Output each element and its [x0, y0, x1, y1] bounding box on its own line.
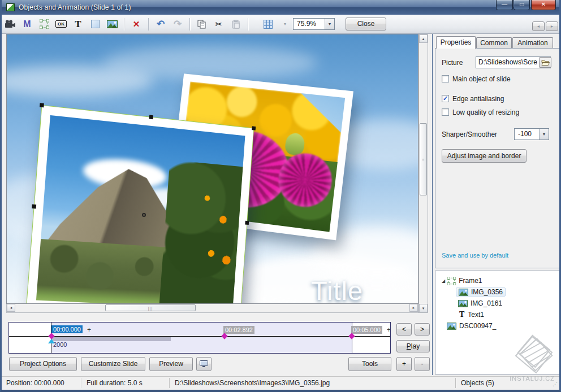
add-image-button[interactable]	[105, 17, 119, 32]
add-keyframe-start[interactable]: +	[87, 326, 91, 334]
selection-handle-nw[interactable]	[40, 103, 44, 107]
playhead-marker[interactable]	[48, 339, 55, 343]
status-separator	[169, 378, 170, 388]
scroll-left-button[interactable]: ◄	[7, 304, 15, 312]
delete-object-button[interactable]: ✕	[129, 17, 144, 32]
edge-antialiasing-label: Edge antialiasing	[452, 95, 504, 103]
sharper-smoother-combobox[interactable]: -100 ▼	[514, 128, 549, 140]
grid-dropdown-button[interactable]: ▼	[278, 17, 292, 32]
paste-icon	[232, 20, 240, 29]
tree-item-label: DSC00947_	[459, 322, 496, 330]
status-objects-count: Objects (5)	[461, 379, 494, 387]
keyframe-time-end[interactable]: 00:05.000	[351, 326, 382, 334]
add-mask-button[interactable]: M	[20, 17, 34, 32]
timeline[interactable]: 00:00.000 + 00:02.892 00:05.000 + 2000	[8, 322, 391, 354]
status-separator	[455, 378, 456, 388]
project-options-button[interactable]: Project Options	[9, 357, 77, 371]
zoom-dropdown-button[interactable]: ▼	[325, 19, 334, 29]
next-keyframe-button[interactable]: >	[415, 323, 430, 336]
edge-antialiasing-checkbox[interactable]: ✓	[442, 95, 449, 102]
status-separator	[81, 378, 81, 388]
fullscreen-preview-button[interactable]	[196, 357, 212, 371]
video-camera-icon	[5, 20, 16, 28]
zoom-combobox[interactable]: 75.9% ▼	[293, 18, 335, 30]
copy-icon	[197, 20, 206, 29]
add-rectangle-button[interactable]	[88, 17, 102, 32]
low-quality-checkbox[interactable]	[442, 108, 449, 116]
horizontal-scrollbar[interactable]: ◄ ||| ►	[6, 304, 418, 313]
selection-handle-ne[interactable]	[252, 126, 256, 130]
horizontal-scroll-thumb[interactable]: |||	[105, 304, 196, 311]
title-bar[interactable]: Objects and Animation (Slide 1 of 1) — ✕	[2, 0, 559, 15]
sharper-dropdown-button[interactable]: ▼	[539, 129, 549, 140]
title-text-object[interactable]: Title	[311, 275, 363, 304]
play-button[interactable]: Play	[396, 340, 430, 352]
tab-animation[interactable]: Animation	[512, 37, 553, 49]
scroll-right-button[interactable]: ►	[409, 304, 418, 312]
scroll-up-button[interactable]: ▲	[419, 34, 428, 43]
prev-slide-button[interactable]: ◄	[532, 21, 545, 31]
tree-item-img-0356[interactable]: IMG_0356	[458, 287, 506, 297]
sharper-smoother-value: -100	[515, 129, 539, 140]
text-icon: T	[459, 310, 464, 319]
minimize-button[interactable]: —	[496, 0, 513, 10]
zoom-out-timeline-button[interactable]: -	[415, 357, 430, 371]
add-video-button[interactable]	[3, 17, 18, 32]
undo-button[interactable]: ↶	[153, 17, 168, 32]
tree-selection-highlight: IMG_0356	[456, 288, 506, 297]
add-keyframe-end[interactable]: +	[387, 326, 391, 334]
toolbar-separator	[148, 18, 149, 31]
tree-item-img-0161[interactable]: IMG_0161	[458, 298, 502, 308]
redo-button[interactable]: ↷	[170, 17, 185, 32]
play-label-rest: lay	[411, 342, 420, 350]
maximize-button[interactable]	[513, 0, 530, 10]
browse-picture-button[interactable]	[539, 57, 551, 68]
close-editor-button[interactable]: Close	[346, 18, 386, 31]
close-window-button[interactable]: ✕	[531, 0, 556, 10]
selection-handle-w[interactable]	[32, 204, 36, 209]
cut-button[interactable]: ✂	[212, 17, 226, 32]
adjust-image-button[interactable]: Adjust image and border	[442, 149, 527, 163]
tools-button[interactable]: Tools	[348, 357, 391, 371]
grid-button[interactable]	[261, 17, 275, 32]
tree-item-frame1[interactable]: ◢ Frame1	[442, 276, 482, 286]
screen-icon	[200, 360, 208, 368]
paste-button[interactable]	[228, 17, 243, 32]
keyframe-time-start[interactable]: 00:00.000	[51, 325, 83, 333]
tree-item-label: IMG_0356	[471, 288, 503, 296]
tab-common[interactable]: Common	[476, 37, 512, 49]
image-icon	[447, 323, 456, 330]
add-button-object-button[interactable]: OK	[54, 17, 68, 32]
prev-keyframe-button[interactable]: <	[396, 323, 412, 336]
customize-slide-button[interactable]: Customize Slide	[81, 357, 145, 371]
tree-item-label: Frame1	[459, 277, 482, 285]
status-file-path: D:\Slideshows\Screenshots\Images3\IMG_03…	[175, 379, 330, 387]
photo-object-img-0356-selected[interactable]	[27, 106, 253, 304]
preview-button[interactable]: Preview	[149, 357, 193, 371]
tab-properties[interactable]: Properties	[436, 36, 476, 49]
next-slide-button[interactable]: ►	[546, 21, 558, 31]
image-icon	[458, 300, 468, 307]
resize-grip[interactable]: ⋰	[553, 381, 558, 387]
vertical-scroll-thumb[interactable]: ≡	[420, 123, 427, 195]
picture-label: Picture	[442, 59, 463, 67]
add-text-button[interactable]: T	[71, 17, 85, 32]
scroll-down-button[interactable]: ▼	[419, 304, 428, 312]
add-frame-button[interactable]	[37, 17, 51, 32]
toolbar-separator	[189, 18, 190, 31]
tree-item-text1[interactable]: T Text1	[459, 310, 484, 320]
main-object-checkbox[interactable]	[442, 75, 449, 82]
selection-handle-n[interactable]	[149, 115, 153, 120]
panel-splitter[interactable]	[432, 34, 433, 375]
selection-handle-e[interactable]	[245, 221, 249, 225]
save-default-link[interactable]: Save and use by default	[442, 252, 508, 259]
tree-expand-icon[interactable]: ◢	[442, 278, 445, 284]
transition-duration-bar[interactable]	[52, 337, 171, 341]
low-quality-label: Low quality of resizing	[452, 108, 519, 116]
tree-item-dsc00947[interactable]: DSC00947_	[447, 321, 496, 331]
zoom-in-timeline-button[interactable]: +	[396, 357, 412, 371]
keyframe-time-mid[interactable]: 00:02.892	[223, 326, 254, 334]
vertical-scrollbar[interactable]: ▲ ≡ ▼	[418, 34, 428, 313]
copy-button[interactable]	[195, 17, 209, 32]
slide-canvas[interactable]: Title	[6, 34, 418, 304]
